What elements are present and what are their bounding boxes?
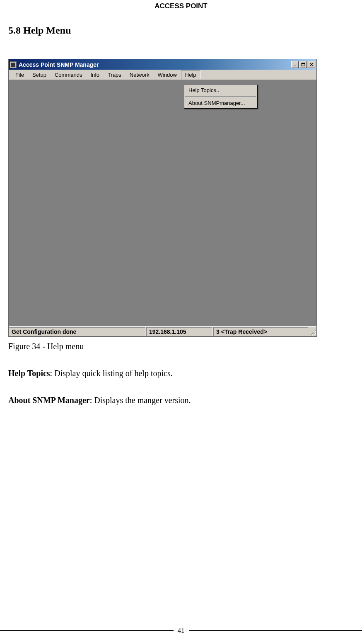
paragraph-about: About SNMP Manager: Displays the manger … bbox=[8, 396, 354, 405]
menu-help[interactable]: Help bbox=[181, 70, 200, 79]
page-number: 41 bbox=[174, 627, 189, 635]
bold-about: About SNMP Manager bbox=[8, 396, 90, 405]
footer-line-right bbox=[189, 630, 362, 631]
menu-traps[interactable]: Traps bbox=[104, 70, 125, 79]
help-dropdown-menu: Help Topics.. About SNMPmanager... bbox=[184, 85, 258, 109]
section-title: 5.8 Help Menu bbox=[8, 25, 354, 36]
window-title: Access Point SNMP Manager bbox=[19, 61, 99, 68]
status-trap: 3 <Trap Received> bbox=[213, 327, 308, 336]
text-help-topics: : Display quick listing of help topics. bbox=[50, 369, 173, 378]
paragraph-help-topics: Help Topics: Display quick listing of he… bbox=[8, 369, 354, 378]
restore-button[interactable] bbox=[299, 61, 307, 68]
menu-window[interactable]: Window bbox=[154, 70, 181, 79]
menubar: File Setup Commands Info Traps Network W… bbox=[9, 70, 316, 80]
bold-help-topics: Help Topics bbox=[8, 369, 50, 378]
minimize-button[interactable]: _ bbox=[291, 61, 299, 68]
page-footer: 41 bbox=[0, 627, 362, 635]
window-titlebar: Access Point SNMP Manager _ bbox=[9, 59, 316, 70]
app-icon bbox=[10, 61, 17, 68]
menu-file[interactable]: File bbox=[11, 70, 28, 79]
window-controls: _ bbox=[291, 61, 315, 68]
menu-info[interactable]: Info bbox=[86, 70, 104, 79]
text-about: : Displays the manger version. bbox=[90, 396, 191, 405]
footer-line-left bbox=[0, 630, 174, 631]
mdi-client-area bbox=[9, 80, 316, 326]
menu-network[interactable]: Network bbox=[125, 70, 154, 79]
page-header: ACCESS POINT bbox=[8, 0, 354, 10]
menu-commands[interactable]: Commands bbox=[51, 70, 86, 79]
status-ip: 192.168.1.105 bbox=[146, 327, 212, 336]
statusbar: Get Configuration done 192.168.1.105 3 <… bbox=[9, 326, 316, 336]
menu-separator bbox=[185, 96, 256, 97]
menu-about-snmpmanager[interactable]: About SNMPmanager... bbox=[184, 98, 257, 108]
svg-rect-1 bbox=[302, 63, 305, 64]
figure-caption: Figure 34 - Help menu bbox=[8, 342, 354, 351]
menu-help-topics[interactable]: Help Topics.. bbox=[184, 85, 257, 95]
menu-setup[interactable]: Setup bbox=[28, 70, 51, 79]
status-message: Get Configuration done bbox=[9, 327, 145, 336]
resize-grip[interactable] bbox=[309, 327, 316, 336]
screenshot-window: Access Point SNMP Manager _ File Setup C… bbox=[8, 59, 317, 337]
close-button[interactable] bbox=[308, 61, 315, 68]
